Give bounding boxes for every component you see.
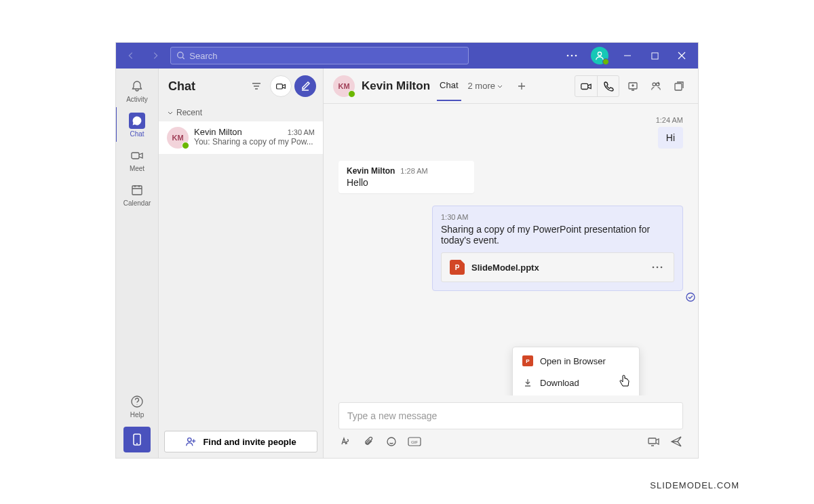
rail-help[interactable]: Help <box>116 388 159 423</box>
contact-name: Kevin Milton <box>194 127 242 137</box>
app-rail: Activity Chat Meet Calendar <box>116 69 159 458</box>
format-button[interactable] <box>338 435 352 448</box>
audio-call-button[interactable] <box>597 76 619 96</box>
chat-list-item[interactable]: KM Kevin Milton 1:30 AM You: Sharing a c… <box>159 121 323 154</box>
conversation-panel: KM Kevin Milton Chat 2 more <box>324 69 698 458</box>
emoji-button[interactable] <box>385 435 398 448</box>
new-chat-button[interactable] <box>294 75 316 97</box>
file-attachment[interactable]: P SlideModel.pptx <box>441 252 674 282</box>
svg-rect-6 <box>132 153 139 159</box>
watermark: SLIDEMODEL.COM <box>650 480 739 490</box>
nav-forward-button[interactable] <box>146 46 165 65</box>
svg-point-19 <box>661 267 663 269</box>
chat-list-title: Chat <box>168 79 243 94</box>
rail-chat[interactable]: Chat <box>115 107 158 142</box>
recent-section[interactable]: Recent <box>159 104 323 121</box>
rail-meet[interactable]: Meet <box>116 142 159 176</box>
svg-point-0 <box>178 52 183 58</box>
attachment-more-button[interactable] <box>649 263 665 271</box>
menu-download[interactable]: Download <box>513 372 639 393</box>
section-label: Recent <box>176 108 202 117</box>
invite-people-button[interactable]: Find and invite people <box>164 431 317 452</box>
message-text: Hello <box>347 177 466 188</box>
minimize-button[interactable] <box>617 45 638 66</box>
menu-open-in-browser[interactable]: P Open in Browser <box>513 350 639 372</box>
chat-list-panel: Chat Recent KM Kevin Milton <box>159 69 324 458</box>
rail-label: Calendar <box>123 199 151 207</box>
chat-icon <box>129 113 145 129</box>
rail-label: Chat <box>130 130 144 138</box>
svg-rect-16 <box>675 83 682 90</box>
svg-point-3 <box>575 55 577 57</box>
more-tabs-button[interactable]: 2 more <box>468 81 503 91</box>
search-icon <box>176 51 185 60</box>
chevron-down-icon <box>497 83 503 90</box>
menu-copy-link[interactable]: Copy link <box>513 393 639 395</box>
popout-button[interactable] <box>670 76 689 96</box>
search-input[interactable] <box>189 51 463 61</box>
message-text: Sharing a copy of my PowerPoint presenta… <box>441 224 674 246</box>
rail-activity[interactable]: Activity <box>116 73 159 107</box>
message-input[interactable] <box>338 402 683 429</box>
read-receipt-icon <box>686 292 695 302</box>
powerpoint-icon: P <box>450 260 465 275</box>
rail-label: Meet <box>130 165 144 172</box>
powerpoint-icon: P <box>522 355 533 366</box>
message-time: 1:24 AM <box>656 116 683 124</box>
svg-rect-7 <box>132 186 142 195</box>
meet-now-button[interactable] <box>270 75 292 97</box>
invite-label: Find and invite people <box>203 437 296 447</box>
nav-back-button[interactable] <box>121 46 140 65</box>
video-call-button[interactable] <box>575 76 597 96</box>
message-time: 1:30 AM <box>288 128 315 136</box>
filter-button[interactable] <box>246 75 267 97</box>
titlebar <box>116 43 698 69</box>
conversation-header: KM Kevin Milton Chat 2 more <box>324 69 698 104</box>
rail-mobile-button[interactable] <box>123 427 151 452</box>
conversation-name: Kevin Milton <box>362 79 430 93</box>
more-options-button[interactable] <box>561 45 583 66</box>
received-message[interactable]: Kevin Milton 1:28 AM Hello <box>338 161 474 193</box>
maximize-button[interactable] <box>644 45 665 66</box>
chevron-down-icon <box>167 109 174 116</box>
download-icon <box>522 377 533 388</box>
calendar-icon <box>129 182 145 198</box>
teams-window: Activity Chat Meet Calendar <box>115 42 699 459</box>
close-button[interactable] <box>671 45 693 66</box>
stream-button[interactable] <box>646 435 660 448</box>
svg-point-17 <box>653 267 655 269</box>
svg-rect-5 <box>651 52 657 58</box>
menu-label: Open in Browser <box>540 356 606 366</box>
conversation-avatar: KM <box>333 75 355 97</box>
rail-label: Activity <box>126 96 148 103</box>
people-add-icon <box>185 435 197 448</box>
svg-rect-10 <box>277 84 283 89</box>
message-list: 1:24 AM Hi Kevin Milton 1:28 AM Hello 1:… <box>324 104 698 395</box>
add-people-button[interactable] <box>646 76 665 96</box>
svg-point-2 <box>571 55 573 57</box>
svg-point-21 <box>387 438 395 446</box>
menu-label: Download <box>540 378 579 388</box>
rail-calendar[interactable]: Calendar <box>116 176 159 211</box>
contact-avatar: KM <box>167 127 189 149</box>
send-button[interactable] <box>670 435 683 448</box>
add-tab-button[interactable] <box>511 76 532 96</box>
message-time: 1:28 AM <box>400 167 427 175</box>
tab-chat[interactable]: Chat <box>437 80 461 101</box>
attach-button[interactable] <box>362 435 375 448</box>
bell-icon <box>129 78 145 94</box>
message-time: 1:30 AM <box>441 213 674 221</box>
sent-message-with-attachment[interactable]: 1:30 AM Sharing a copy of my PowerPoint … <box>432 206 683 291</box>
gif-button[interactable]: GIF <box>408 435 421 448</box>
screen-share-button[interactable] <box>623 76 642 96</box>
user-avatar[interactable] <box>591 47 608 64</box>
svg-point-14 <box>653 83 656 86</box>
sent-message[interactable]: Hi <box>658 127 683 149</box>
svg-text:GIF: GIF <box>411 440 418 444</box>
help-icon <box>129 393 145 410</box>
search-box[interactable] <box>170 47 469 64</box>
attachment-filename: SlideModel.pptx <box>471 263 642 273</box>
rail-label: Help <box>130 411 144 419</box>
svg-point-11 <box>188 438 191 442</box>
message-composer: GIF <box>324 395 698 458</box>
